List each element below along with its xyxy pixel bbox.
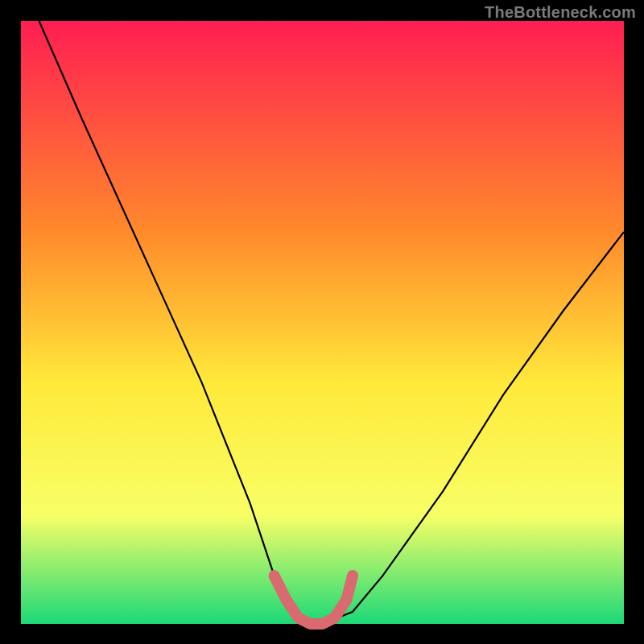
bottleneck-chart [0, 0, 644, 644]
chart-stage: TheBottleneck.com [0, 0, 644, 644]
plot-background [21, 21, 624, 624]
